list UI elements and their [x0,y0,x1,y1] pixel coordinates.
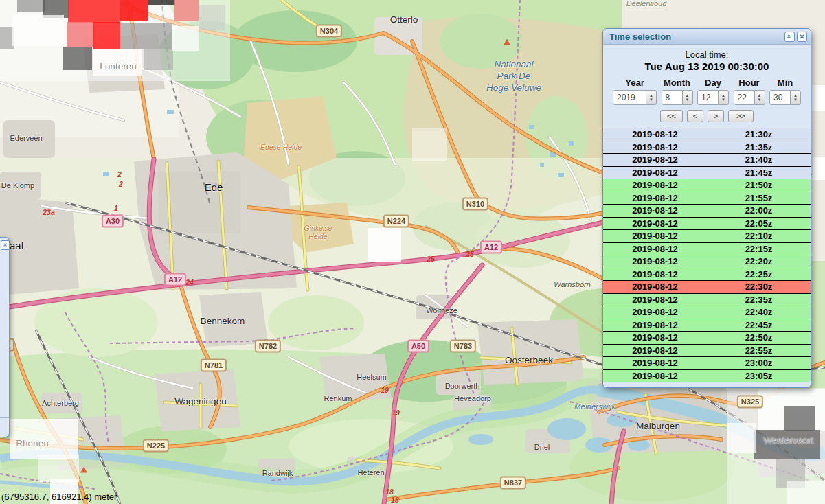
day-input[interactable] [697,90,719,105]
time-row[interactable]: 2019-08-1222:00z [603,205,811,218]
time-row[interactable]: 2019-08-1222:40z [603,306,811,319]
left-cutoff-panel[interactable]: ✕ [0,237,10,437]
time-row-time: 21:55z [707,193,811,203]
field-label: Min [769,78,801,88]
time-row-time: 22:00z [707,205,811,216]
month-input[interactable] [662,90,683,105]
time-row[interactable]: 2019-08-1221:50z [603,179,811,192]
time-row[interactable]: 2019-08-1223:00z [603,357,811,370]
step-back-button[interactable]: < [687,110,703,122]
step-first-button[interactable]: << [660,110,683,122]
time-row-date: 2019-08-12 [603,371,707,381]
time-row-time: 22:30z [707,282,811,292]
spinner-buttons[interactable]: ▲▼ [683,90,693,105]
spin-down-icon[interactable]: ▼ [721,98,725,102]
local-time-label: Local time: [603,49,811,60]
left-panel-close-icon[interactable]: ✕ [1,240,10,250]
local-time-block: Local time: Tue Aug 13 2019 00:30:00 [603,45,811,72]
spinner-buttons[interactable]: ▲▼ [791,90,801,105]
time-row-time: 22:40z [707,307,811,317]
year-input[interactable] [613,90,646,105]
time-list: 2019-08-1221:30z2019-08-1221:35z2019-08-… [603,128,811,382]
time-row-date: 2019-08-12 [603,282,707,292]
datetime-field-min: Min▲▼ [769,78,801,105]
datetime-field-hour: Hour▲▼ [734,78,765,105]
spinner-buttons[interactable]: ▲▼ [755,90,765,105]
time-row-date: 2019-08-12 [603,205,707,216]
time-row-time: 23:05z [707,371,811,381]
time-row-time: 22:35z [707,295,811,305]
time-row-date: 2019-08-12 [603,307,707,317]
spinner-buttons[interactable]: ▲▼ [719,90,729,105]
collapse-icon: « [786,34,794,38]
datetime-field-day: Day▲▼ [697,78,729,105]
time-row[interactable]: 2019-08-1222:30z [603,281,811,294]
time-row[interactable]: 2019-08-1222:35z [603,294,811,307]
time-row-date: 2019-08-12 [603,218,707,229]
time-row[interactable]: 2019-08-1221:35z [603,141,811,154]
time-row-date: 2019-08-12 [603,180,707,190]
poi-triangle-icon [504,39,510,45]
time-row-date: 2019-08-12 [603,154,707,165]
time-row-time: 21:45z [707,168,811,178]
time-row[interactable]: 2019-08-1222:55z [603,345,811,358]
time-row[interactable]: 2019-08-1222:05z [603,218,811,231]
time-row-date: 2019-08-12 [603,358,707,368]
hour-input[interactable] [734,90,755,105]
time-row-date: 2019-08-12 [603,244,707,254]
time-row-time: 22:05z [707,218,811,229]
collapse-button[interactable]: « [784,32,795,42]
close-icon: ✕ [799,33,804,41]
field-label: Month [662,78,693,88]
time-row-time: 22:50z [707,332,811,343]
time-row[interactable]: 2019-08-1222:20z [603,255,811,268]
spin-down-icon[interactable]: ▼ [649,98,653,102]
time-row-date: 2019-08-12 [603,142,707,152]
step-forward-button[interactable]: > [708,110,724,122]
time-row[interactable]: 2019-08-1222:50z [603,332,811,345]
time-row[interactable]: 2019-08-1223:05z [603,370,811,382]
time-row[interactable]: 2019-08-1221:40z [603,154,811,167]
time-row-time: 21:50z [707,180,811,190]
poi-triangle-icon [80,467,87,473]
coordinate-readout: (6795316.7, 616921.4) meter [1,492,117,502]
time-row-time: 22:10z [707,231,811,241]
time-panel-header[interactable]: Time selection « ✕ [603,29,811,45]
time-row-time: 21:35z [707,142,811,152]
field-label: Hour [734,78,765,88]
time-selection-panel: Time selection « ✕ Local time: Tue Aug 1… [602,28,811,388]
time-row-date: 2019-08-12 [603,269,707,279]
spin-down-icon[interactable]: ▼ [686,98,690,102]
time-row-time: 22:25z [707,269,811,279]
time-row-date: 2019-08-12 [603,193,707,203]
spin-down-icon[interactable]: ▼ [793,98,798,102]
time-row-time: 22:55z [707,345,811,356]
time-row[interactable]: 2019-08-1222:15z [603,243,811,256]
time-row[interactable]: 2019-08-1221:30z [603,128,811,141]
time-row[interactable]: 2019-08-1221:45z [603,167,811,180]
spin-down-icon[interactable]: ▼ [758,98,762,102]
local-time-value: Tue Aug 13 2019 00:30:00 [603,60,811,72]
close-button[interactable]: ✕ [797,32,807,42]
spinner-buttons[interactable]: ▲▼ [646,90,657,105]
time-row-time: 22:45z [707,320,811,330]
time-row[interactable]: 2019-08-1222:45z [603,319,811,332]
time-row-date: 2019-08-12 [603,256,707,266]
time-row-date: 2019-08-12 [603,332,707,343]
time-row-date: 2019-08-12 [603,295,707,305]
datetime-fields: Year▲▼Month▲▼Day▲▼Hour▲▼Min▲▼ [603,72,811,105]
time-row-date: 2019-08-12 [603,129,707,139]
step-last-button[interactable]: >> [728,110,754,122]
time-row-time: 21:40z [707,154,811,165]
time-row[interactable]: 2019-08-1221:55z [603,192,811,205]
time-row-time: 21:30z [707,129,811,139]
time-row-time: 23:00z [707,358,811,368]
time-row[interactable]: 2019-08-1222:10z [603,230,811,243]
min-input[interactable] [769,90,791,105]
field-label: Day [697,78,729,88]
time-row[interactable]: 2019-08-1222:25z [603,268,811,282]
time-row-date: 2019-08-12 [603,345,707,356]
time-row-time: 22:20z [707,256,811,266]
field-label: Year [613,78,657,88]
datetime-field-year: Year▲▼ [613,78,657,105]
